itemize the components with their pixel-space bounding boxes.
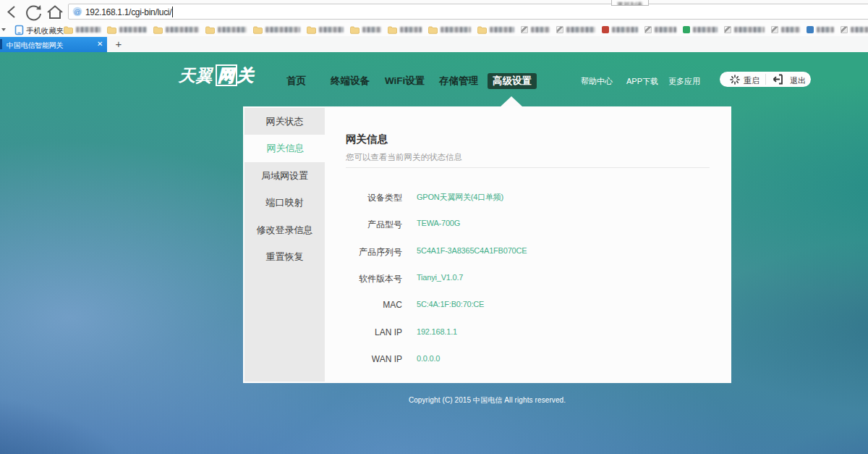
svg-text:@: @ [74, 8, 81, 16]
